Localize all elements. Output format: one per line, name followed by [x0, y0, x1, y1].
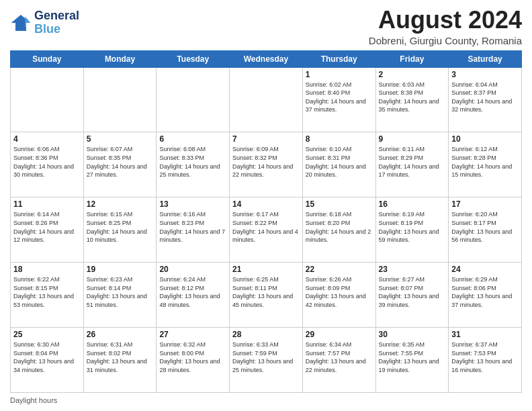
col-sunday: Sunday [11, 50, 84, 67]
footer-text: Daylight hours [10, 396, 57, 404]
day-info: Sunrise: 6:20 AMSunset: 8:17 PMDaylight:… [451, 210, 519, 244]
day-info: Sunrise: 6:09 AMSunset: 8:32 PMDaylight:… [232, 145, 300, 179]
month-title: August 2024 [369, 7, 522, 34]
calendar-cell-w4-d7: 24Sunrise: 6:29 AMSunset: 8:06 PMDayligh… [449, 263, 522, 328]
calendar-cell-w5-d6: 30Sunrise: 6:35 AMSunset: 7:55 PMDayligh… [375, 328, 449, 393]
day-info: Sunrise: 6:31 AMSunset: 8:02 PMDaylight:… [87, 340, 154, 374]
col-monday: Monday [83, 50, 157, 67]
calendar-body: 1Sunrise: 6:02 AMSunset: 8:40 PMDaylight… [11, 67, 522, 392]
calendar-cell-w3-d5: 15Sunrise: 6:18 AMSunset: 8:20 PMDayligh… [302, 197, 375, 263]
day-info: Sunrise: 6:26 AMSunset: 8:09 PMDaylight:… [306, 275, 373, 309]
calendar-cell-w3-d2: 12Sunrise: 6:15 AMSunset: 8:25 PMDayligh… [83, 197, 157, 263]
calendar-cell-w1-d7: 3Sunrise: 6:04 AMSunset: 8:37 PMDaylight… [449, 67, 522, 132]
calendar-cell-w3-d1: 11Sunrise: 6:14 AMSunset: 8:26 PMDayligh… [11, 197, 84, 263]
day-info: Sunrise: 6:07 AMSunset: 8:35 PMDaylight:… [87, 145, 154, 179]
day-number: 15 [306, 199, 373, 209]
calendar-cell-w1-d4 [230, 67, 303, 132]
calendar-week-4: 18Sunrise: 6:22 AMSunset: 8:15 PMDayligh… [11, 263, 522, 328]
day-info: Sunrise: 6:06 AMSunset: 8:36 PMDaylight:… [13, 145, 81, 179]
day-number: 8 [306, 134, 373, 144]
day-info: Sunrise: 6:17 AMSunset: 8:22 PMDaylight:… [232, 210, 300, 244]
day-info: Sunrise: 6:32 AMSunset: 8:00 PMDaylight:… [159, 340, 226, 374]
calendar-cell-w3-d7: 17Sunrise: 6:20 AMSunset: 8:17 PMDayligh… [449, 197, 522, 263]
day-number: 13 [159, 199, 226, 209]
calendar-cell-w4-d5: 22Sunrise: 6:26 AMSunset: 8:09 PMDayligh… [302, 263, 375, 328]
day-number: 23 [379, 265, 446, 274]
day-info: Sunrise: 6:04 AMSunset: 8:37 PMDaylight:… [451, 81, 519, 114]
day-info: Sunrise: 6:34 AMSunset: 7:57 PMDaylight:… [306, 340, 373, 374]
day-number: 21 [232, 265, 300, 274]
calendar-cell-w4-d1: 18Sunrise: 6:22 AMSunset: 8:15 PMDayligh… [11, 263, 84, 328]
calendar-cell-w4-d3: 20Sunrise: 6:24 AMSunset: 8:12 PMDayligh… [157, 263, 230, 328]
calendar-cell-w1-d1 [11, 67, 84, 132]
calendar-header-row: Sunday Monday Tuesday Wednesday Thursday… [11, 50, 522, 67]
calendar-cell-w5-d4: 28Sunrise: 6:33 AMSunset: 7:59 PMDayligh… [230, 328, 303, 393]
day-number: 20 [159, 265, 226, 274]
calendar-week-1: 1Sunrise: 6:02 AMSunset: 8:40 PMDaylight… [11, 67, 522, 132]
day-info: Sunrise: 6:15 AMSunset: 8:25 PMDaylight:… [87, 210, 154, 244]
calendar-cell-w2-d1: 4Sunrise: 6:06 AMSunset: 8:36 PMDaylight… [11, 132, 84, 197]
location-title: Dobreni, Giurgiu County, Romania [369, 35, 522, 46]
day-number: 2 [379, 70, 446, 79]
day-info: Sunrise: 6:27 AMSunset: 8:07 PMDaylight:… [379, 275, 446, 309]
calendar-cell-w2-d4: 7Sunrise: 6:09 AMSunset: 8:32 PMDaylight… [230, 132, 303, 197]
calendar-cell-w1-d3 [157, 67, 230, 132]
calendar-cell-w5-d2: 26Sunrise: 6:31 AMSunset: 8:02 PMDayligh… [83, 328, 157, 393]
day-number: 10 [451, 134, 519, 144]
calendar-cell-w1-d2 [83, 67, 157, 132]
calendar-cell-w5-d7: 31Sunrise: 6:37 AMSunset: 7:53 PMDayligh… [449, 328, 522, 393]
day-number: 29 [306, 330, 373, 339]
day-info: Sunrise: 6:30 AMSunset: 8:04 PMDaylight:… [13, 340, 81, 374]
day-number: 17 [451, 199, 519, 209]
calendar-week-5: 25Sunrise: 6:30 AMSunset: 8:04 PMDayligh… [11, 328, 522, 393]
day-number: 3 [451, 70, 519, 79]
calendar-cell-w4-d6: 23Sunrise: 6:27 AMSunset: 8:07 PMDayligh… [375, 263, 449, 328]
day-number: 27 [159, 330, 226, 339]
calendar-table: Sunday Monday Tuesday Wednesday Thursday… [10, 50, 522, 393]
calendar-cell-w3-d6: 16Sunrise: 6:19 AMSunset: 8:19 PMDayligh… [375, 197, 449, 263]
day-info: Sunrise: 6:25 AMSunset: 8:11 PMDaylight:… [232, 275, 300, 309]
day-info: Sunrise: 6:14 AMSunset: 8:26 PMDaylight:… [13, 210, 81, 244]
col-thursday: Thursday [302, 50, 375, 67]
day-info: Sunrise: 6:10 AMSunset: 8:31 PMDaylight:… [306, 145, 373, 179]
day-number: 26 [87, 330, 154, 339]
calendar-week-2: 4Sunrise: 6:06 AMSunset: 8:36 PMDaylight… [11, 132, 522, 197]
day-info: Sunrise: 6:12 AMSunset: 8:28 PMDaylight:… [451, 145, 519, 179]
day-info: Sunrise: 6:18 AMSunset: 8:20 PMDaylight:… [306, 210, 373, 244]
calendar-week-3: 11Sunrise: 6:14 AMSunset: 8:26 PMDayligh… [11, 197, 522, 263]
day-number: 1 [306, 70, 373, 79]
col-friday: Friday [375, 50, 449, 67]
day-number: 25 [13, 330, 81, 339]
day-number: 14 [232, 199, 300, 209]
day-info: Sunrise: 6:03 AMSunset: 8:38 PMDaylight:… [379, 81, 446, 114]
calendar-cell-w4-d2: 19Sunrise: 6:23 AMSunset: 8:14 PMDayligh… [83, 263, 157, 328]
day-info: Sunrise: 6:19 AMSunset: 8:19 PMDaylight:… [379, 210, 446, 244]
day-number: 28 [232, 330, 300, 339]
day-number: 30 [379, 330, 446, 339]
header: General Blue August 2024 Dobreni, Giurgi… [10, 7, 522, 46]
day-number: 9 [379, 134, 446, 144]
day-info: Sunrise: 6:16 AMSunset: 8:23 PMDaylight:… [159, 210, 226, 244]
day-info: Sunrise: 6:33 AMSunset: 7:59 PMDaylight:… [232, 340, 300, 374]
calendar-cell-w5-d1: 25Sunrise: 6:30 AMSunset: 8:04 PMDayligh… [11, 328, 84, 393]
calendar-cell-w4-d4: 21Sunrise: 6:25 AMSunset: 8:11 PMDayligh… [230, 263, 303, 328]
day-number: 22 [306, 265, 373, 274]
col-tuesday: Tuesday [157, 50, 230, 67]
day-number: 16 [379, 199, 446, 209]
day-number: 4 [13, 134, 81, 144]
day-number: 11 [13, 199, 81, 209]
day-number: 5 [87, 134, 154, 144]
calendar-cell-w5-d3: 27Sunrise: 6:32 AMSunset: 8:00 PMDayligh… [157, 328, 230, 393]
calendar-cell-w1-d6: 2Sunrise: 6:03 AMSunset: 8:38 PMDaylight… [375, 67, 449, 132]
day-number: 6 [159, 134, 226, 144]
day-number: 18 [13, 265, 81, 274]
logo-icon [10, 12, 32, 34]
day-info: Sunrise: 6:08 AMSunset: 8:33 PMDaylight:… [159, 145, 226, 179]
logo-line2: Blue [34, 23, 79, 36]
day-info: Sunrise: 6:35 AMSunset: 7:55 PMDaylight:… [379, 340, 446, 374]
logo-line1: General [34, 9, 79, 23]
day-number: 31 [451, 330, 519, 339]
day-number: 12 [87, 199, 154, 209]
day-info: Sunrise: 6:37 AMSunset: 7:53 PMDaylight:… [451, 340, 519, 374]
day-number: 19 [87, 265, 154, 274]
